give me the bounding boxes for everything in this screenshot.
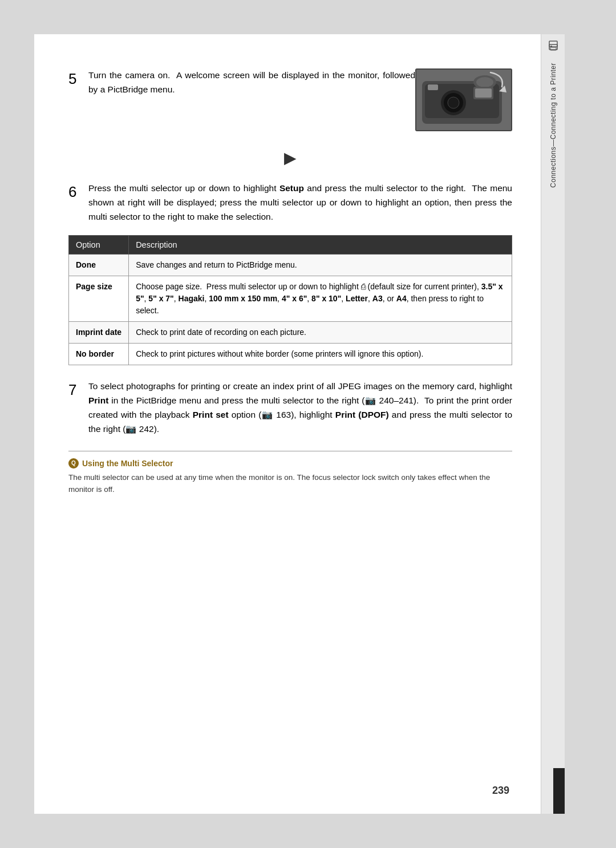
desc-page-size: Choose page size. Press multi selector u…	[129, 276, 512, 322]
svg-rect-11	[428, 84, 438, 90]
step-5-number: 5	[68, 68, 86, 89]
svg-rect-15	[550, 46, 552, 47]
step-6-text: Press the multi selector up or down to h…	[88, 181, 512, 224]
step-6-section: 6 Press the multi selector up or down to…	[68, 181, 512, 224]
step-5-text: Turn the camera on. A welcome screen wil…	[88, 68, 415, 97]
option-done: Done	[69, 255, 129, 276]
tip-icon: Q	[68, 458, 79, 469]
table-row: Done Save changes and return to PictBrid…	[69, 255, 512, 276]
option-page-size: Page size	[69, 276, 129, 322]
tip-title: Q Using the Multi Selector	[68, 458, 512, 469]
table-row: No border Check to print pictures withou…	[69, 344, 512, 365]
right-sidebar: Connections—Connecting to a Printer	[541, 34, 565, 814]
table-row: Page size Choose page size. Press multi …	[69, 276, 512, 322]
option-no-border: No border	[69, 344, 129, 365]
main-content: 5 Turn the camera on. A welcome screen w…	[34, 34, 541, 814]
table-header-option: Option	[69, 236, 129, 255]
camera-image	[415, 68, 512, 131]
step-6-number: 6	[68, 181, 86, 202]
svg-rect-10	[475, 88, 492, 98]
printer-icon	[547, 40, 560, 53]
step-7-text: To select photographs for printing or cr…	[88, 379, 512, 436]
step-5-section: 5 Turn the camera on. A welcome screen w…	[68, 68, 512, 131]
sidebar-black-bar	[553, 768, 565, 814]
svg-point-7	[476, 77, 493, 87]
step-7-number: 7	[68, 379, 86, 400]
page-container: 5 Turn the camera on. A welcome screen w…	[34, 34, 565, 814]
desc-no-border: Check to print pictures without white bo…	[129, 344, 512, 365]
arrow-divider: ▶	[68, 148, 512, 167]
table-row: Imprint date Check to print date of reco…	[69, 322, 512, 344]
desc-imprint-date: Check to print date of recording on each…	[129, 322, 512, 344]
tip-section: Q Using the Multi Selector The multi sel…	[68, 451, 512, 496]
tip-text: The multi selector can be used at any ti…	[68, 472, 512, 496]
option-imprint-date: Imprint date	[69, 322, 129, 344]
desc-done: Save changes and return to PictBridge me…	[129, 255, 512, 276]
svg-point-5	[448, 97, 459, 108]
options-table: Option Description Done Save changes and…	[68, 235, 512, 365]
page-number: 239	[492, 785, 509, 797]
tip-title-text: Using the Multi Selector	[82, 459, 173, 468]
step-7-section: 7 To select photographs for printing or …	[68, 379, 512, 436]
table-header-description: Description	[129, 236, 512, 255]
sidebar-label: Connections—Connecting to a Printer	[549, 63, 557, 188]
